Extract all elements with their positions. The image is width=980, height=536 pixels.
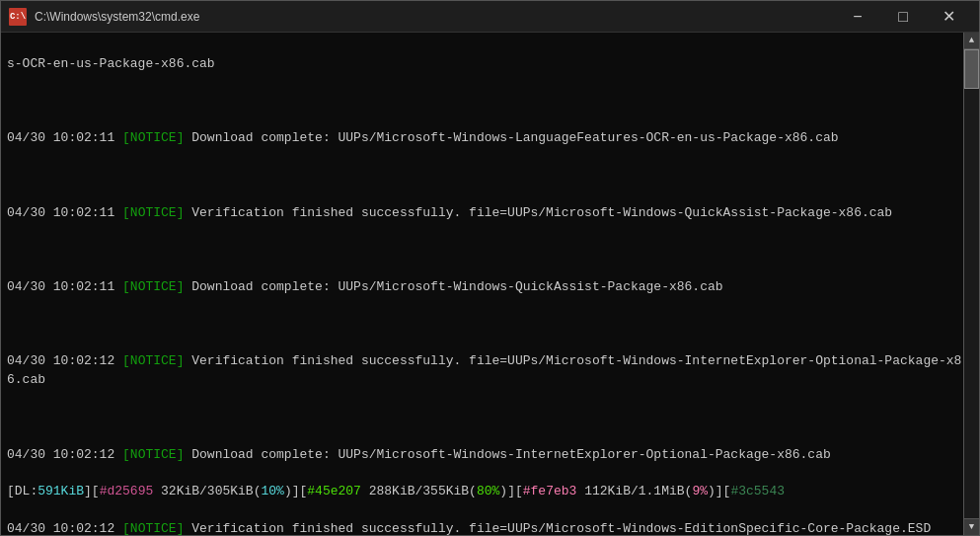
scrollbar[interactable]: ▲ ▼ (963, 33, 979, 535)
console-line: 04/30 10:02:12 [NOTICE] Download complet… (7, 446, 973, 465)
console-line-blank (7, 409, 973, 427)
maximize-button[interactable]: □ (880, 1, 926, 33)
cmd-window: C:\ C:\Windows\system32\cmd.exe − □ ✕ s-… (0, 0, 980, 536)
console-line: 04/30 10:02:12 [NOTICE] Verification fin… (7, 352, 973, 390)
window-title: C:\Windows\system32\cmd.exe (35, 10, 835, 24)
titlebar: C:\ C:\Windows\system32\cmd.exe − □ ✕ (1, 1, 979, 33)
console-line: 04/30 10:02:11 [NOTICE] Verification fin… (7, 204, 973, 223)
console-line: 04/30 10:02:11 [NOTICE] Download complet… (7, 129, 973, 148)
console-line-blank (7, 93, 973, 112)
console-line-dl1: [DL:591KiB][#d25695 32KiB/305KiB(10%)][#… (7, 483, 973, 501)
window-controls: − □ ✕ (835, 1, 971, 33)
console-area: s-OCR-en-us-Package-x86.cab 04/30 10:02:… (1, 33, 979, 535)
close-button[interactable]: ✕ (926, 1, 971, 33)
console-line: 04/30 10:02:12 [NOTICE] Verification fin… (7, 520, 973, 535)
scroll-up-button[interactable]: ▲ (964, 33, 980, 49)
console-line: 04/30 10:02:11 [NOTICE] Download complet… (7, 278, 973, 297)
console-line-blank (7, 241, 973, 260)
app-icon: C:\ (9, 8, 27, 26)
scroll-down-button[interactable]: ▼ (964, 518, 980, 535)
console-line-blank (7, 167, 973, 186)
scrollbar-thumb[interactable] (964, 49, 979, 89)
minimize-button[interactable]: − (835, 1, 880, 33)
console-line-blank (7, 316, 973, 335)
console-line: s-OCR-en-us-Package-x86.cab (7, 55, 973, 74)
console-output[interactable]: s-OCR-en-us-Package-x86.cab 04/30 10:02:… (1, 33, 979, 535)
